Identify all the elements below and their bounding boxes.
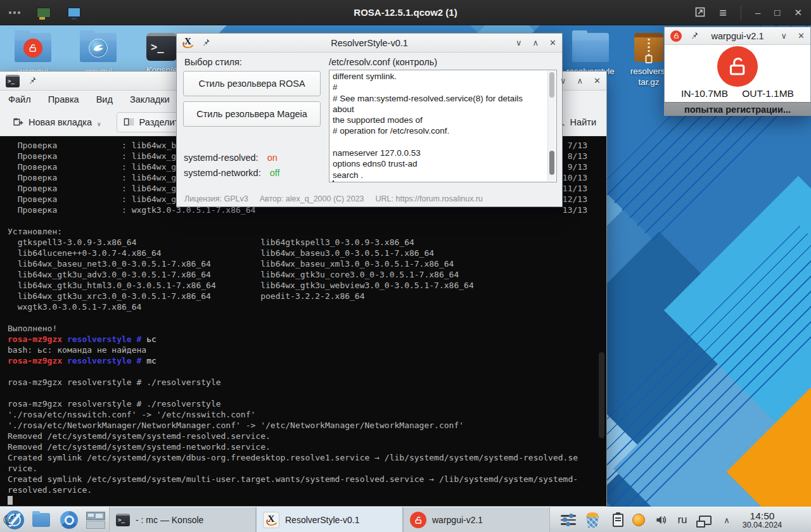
terminal-line: Created symlink /etc/systemd/system/dbus… [8, 452, 606, 463]
license-label: Лицензия: GPLv3 [184, 194, 248, 203]
desktop-icon-warpgui[interactable]: warpgui [3, 33, 63, 77]
style-choice-label: Выбор стиля: [184, 57, 242, 67]
terminal-line [8, 366, 606, 377]
browser-button[interactable] [57, 507, 81, 532]
folder-icon [15, 33, 51, 62]
terminal-cursor [8, 496, 13, 505]
conf-line: nameserver 127.0.0.53 [333, 148, 545, 158]
new-tab-button[interactable]: Новая вкладка ∨ [6, 113, 108, 132]
folder-icon [80, 33, 117, 62]
bird-icon [89, 39, 108, 58]
conf-line: # operation for /etc/resolv.conf. [333, 125, 545, 136]
terminal-scrollbar[interactable] [599, 352, 604, 438]
terminal-line [8, 215, 606, 226]
vm-minimize-button[interactable]: – [755, 8, 760, 17]
terminal-line: rvice. [8, 463, 606, 474]
terminal-line: rosa-mz9gzx resolverstyle # ьс [8, 334, 606, 345]
window-close-icon[interactable]: ✕ [594, 77, 601, 85]
terminal-line: lib64lucene++0-3.0.7-4.x86_64 lib64wx_ba… [8, 248, 606, 258]
vm-hamburger-icon[interactable]: ≡ [719, 6, 727, 19]
network-tray-icon[interactable] [694, 507, 716, 532]
konsole-app-icon [6, 75, 20, 87]
keyboard-layout-indicator[interactable]: ru [673, 507, 692, 532]
vm-display-icon[interactable] [67, 7, 81, 18]
terminal-line: Created symlink /etc/systemd/system/mult… [8, 474, 606, 484]
task-label: warpgui-v2.1 [432, 515, 483, 525]
taskbar-task-resolverstyle[interactable]: ResolverStyle-v0.1 [256, 507, 403, 532]
desktop-2-thumbnail[interactable] [86, 521, 105, 529]
desktop-1-thumbnail[interactable] [86, 512, 105, 520]
terminal-icon [116, 514, 130, 526]
pin-icon[interactable] [691, 30, 699, 42]
author-label: Автор: alex_q_2000 (C) 2023 [260, 194, 364, 203]
menu-item-2[interactable]: Вид [96, 94, 113, 104]
window-shade-icon[interactable]: ∨ [781, 32, 788, 40]
clipboard-tray-icon[interactable] [610, 507, 626, 532]
window-maximize-icon[interactable]: ∧ [533, 39, 539, 47]
resolv-conf-textarea[interactable]: different symlink.## See man:systemd-res… [329, 70, 557, 182]
vm-window-title: ROSA-12.5.1.qcow2 (1) [0, 7, 811, 18]
terminal-line [8, 495, 606, 506]
out-counter: OUT-1.1MB [742, 88, 794, 99]
systemd-networkd-status: systemd-networkd:off [184, 168, 280, 178]
window-shade-icon[interactable]: ∨ [516, 39, 522, 47]
pin-icon[interactable] [202, 37, 210, 49]
textarea-scrollbar[interactable] [547, 71, 556, 181]
clock-date: 30.04.2024 [743, 521, 782, 530]
terminal-line: rosa-mz9gzx resolverstyle # mc [8, 355, 606, 366]
terminal-line [8, 312, 606, 323]
terminal-line: Removed /etc/systemd/system/systemd-netw… [8, 441, 606, 452]
vm-maximize-button[interactable]: □ [774, 8, 780, 17]
warpgui-titlebar: warpgui-v2.1 ∨ ✕ [665, 27, 810, 45]
desktop: warpgui xravgui Konsole resolverstyle re… [0, 25, 811, 507]
window-maximize-icon[interactable]: ∧ [577, 77, 584, 85]
pin-icon[interactable] [29, 75, 37, 87]
window-close-icon[interactable]: ✕ [798, 32, 805, 40]
notifier-tray-icon[interactable] [630, 507, 648, 532]
vm-fullscreen-icon[interactable] [695, 7, 705, 18]
vm-close-button[interactable]: ✕ [794, 8, 802, 17]
night-mode-tray-icon[interactable]: ☾zzz [0, 507, 19, 532]
chromium-icon [60, 511, 78, 529]
about-statusbar: Лицензия: GPLv3 Автор: alex_q_2000 (C) 2… [184, 194, 483, 203]
taskbar-task-warpgui[interactable]: warpgui-v2.1 [403, 507, 550, 532]
resolv-conf-label: /etc/resolv.conf (контроль) [329, 57, 437, 67]
menu-item-1[interactable]: Правка [48, 94, 79, 104]
terminal-line: './rosa/etc/NetworkManager/NetworkManage… [8, 420, 606, 431]
in-counter: IN-10.7MB [681, 88, 728, 99]
terminal-line: Установлен: [8, 226, 606, 237]
screen: ROSA-12.5.1.qcow2 (1) ≡ – □ ✕ war [0, 0, 811, 532]
digital-clock[interactable]: 14:50 30.04.2024 [735, 507, 789, 532]
window-title: ResolverStyle-v0.1 [215, 38, 524, 48]
unlock-icon [23, 39, 42, 58]
terminal-line [8, 388, 606, 398]
window-close-icon[interactable]: ✕ [549, 39, 556, 47]
menu-item-0[interactable]: Файл [8, 94, 31, 104]
audio-mixer-tray-icon[interactable] [559, 507, 578, 532]
window-shade-icon[interactable]: ∨ [560, 77, 566, 85]
tray-expander-chevron[interactable]: ∧ [718, 507, 735, 532]
vm-menu-dots-icon[interactable] [9, 11, 20, 14]
archive-icon [634, 33, 663, 62]
conf-line [333, 137, 545, 148]
menu-item-3[interactable]: Закладки [130, 94, 170, 104]
terminal-line: Выполнено! [8, 323, 606, 334]
resolverstyle-window: ResolverStyle-v0.1 ∨ ∧ ✕ Выбор стиля: Ст… [176, 33, 563, 207]
virtual-desktop-pager[interactable] [85, 507, 106, 532]
taskbar-task-konsole[interactable]: - : mc — Konsole [109, 507, 256, 532]
terminal-line: lib64wx_gtk3u_adv3.0_0-3.0.5.1-7.x86_64 … [8, 269, 606, 280]
volume-tray-icon[interactable] [651, 507, 670, 532]
trash-tray-icon[interactable] [582, 507, 603, 532]
conf-line: different symlink. [333, 71, 545, 82]
terminal-line: './rosa/etc/nsswitch.conf' -> '/etc/nssw… [8, 409, 606, 420]
file-manager-button[interactable] [29, 507, 53, 532]
conf-line: the supported modes of [333, 115, 545, 125]
rosa-style-button[interactable]: Стиль резольвера ROSA [183, 71, 321, 96]
vm-devices-icon[interactable] [37, 8, 51, 18]
mageia-style-button[interactable]: Стиль резольвера Mageia [183, 101, 321, 127]
clock-time: 14:50 [750, 510, 775, 521]
terminal-line: Removed /etc/systemd/system/systemd-reso… [8, 431, 606, 441]
conf-line: options edns0 trust-ad [333, 158, 545, 169]
desktop-icon-resolverstyle[interactable]: resolverstyle [560, 33, 621, 77]
desktop-icon-xravgui[interactable]: xravgui [68, 33, 129, 77]
